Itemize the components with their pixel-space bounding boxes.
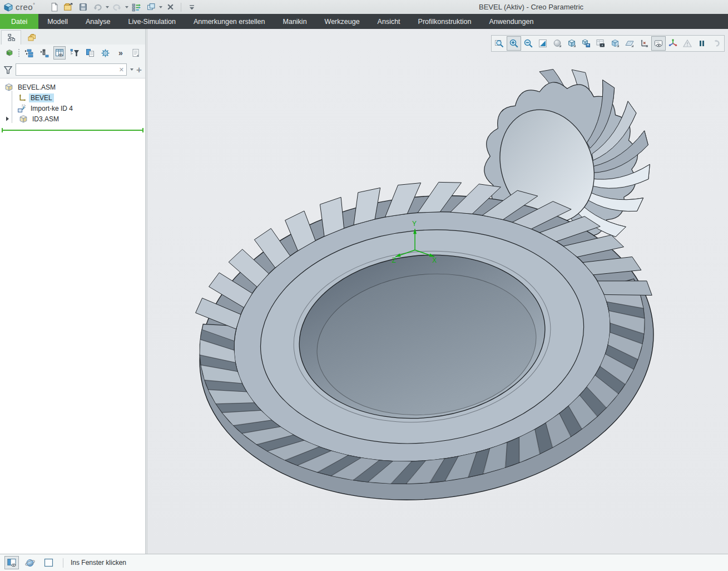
tab-datei[interactable]: Datei (0, 14, 38, 29)
windows-icon (146, 2, 156, 12)
model-tree-icon (7, 33, 16, 42)
tree-columns-button[interactable] (53, 46, 65, 60)
zoom-in-button[interactable] (507, 36, 521, 51)
redo-icon (112, 2, 122, 12)
warning-indicator-button[interactable] (680, 36, 695, 51)
status-message: Ins Fenster klicken (71, 559, 126, 567)
undo-dropdown[interactable] (106, 6, 109, 8)
windows-dropdown[interactable] (159, 6, 162, 8)
resume-button[interactable] (709, 36, 724, 51)
save-button[interactable] (76, 1, 90, 13)
tab-anmerkungen-erstellen[interactable]: Anmerkungen erstellen (185, 14, 274, 29)
ribbon-tab-bar: Datei Modell Analyse Live-Simulation Anm… (0, 14, 728, 29)
warning-triangle-icon (682, 38, 692, 48)
axis-display-button[interactable] (637, 36, 651, 51)
spin-center-button[interactable] (666, 36, 680, 51)
more-tools-button[interactable]: » (115, 46, 126, 60)
tab-anwendungen[interactable]: Anwendungen (480, 14, 542, 29)
assembly-icon (19, 115, 28, 124)
zoom-out-icon (523, 38, 533, 48)
regenerate-button[interactable] (130, 1, 143, 13)
folder-browser-tab[interactable] (22, 30, 42, 45)
tree-row-bevel[interactable]: BEVEL (0, 92, 145, 103)
undo-button[interactable] (91, 1, 104, 13)
spin-center-icon (668, 38, 678, 48)
plane-display-button[interactable] (622, 36, 637, 51)
shading-style-button[interactable] (550, 36, 564, 51)
model-tree-tab[interactable] (1, 30, 21, 45)
open-file-button[interactable] (62, 1, 75, 13)
expand-caret-icon[interactable] (4, 116, 10, 121)
fullscreen-toggle-button[interactable] (41, 556, 56, 569)
view-manager-icon (581, 38, 591, 48)
tree-row-bevel-asm[interactable]: BEVEL.ASM (0, 82, 145, 92)
collapse-all-button[interactable] (38, 46, 50, 60)
toolbar-overflow-icon (189, 4, 195, 11)
tree-columns-icon (55, 48, 65, 58)
toolbar-grip-handle[interactable] (18, 49, 19, 57)
item-info-button[interactable] (130, 46, 142, 60)
redo-dropdown[interactable] (125, 6, 128, 8)
zoom-out-button[interactable] (521, 36, 536, 51)
plane-display-icon (625, 38, 635, 48)
zoom-window-button[interactable] (492, 36, 507, 51)
in-graphics-toolbar (491, 35, 725, 52)
tab-modell[interactable]: Modell (38, 14, 77, 29)
navigator-tabs (0, 29, 145, 45)
tree-resize-handle[interactable] (2, 130, 143, 131)
tree-row-import-ke[interactable]: Import-ke ID 4 (0, 103, 145, 114)
tab-werkzeuge[interactable]: Werkzeuge (316, 14, 369, 29)
tab-manikin[interactable]: Manikin (274, 14, 316, 29)
tree-item-label-selected[interactable]: BEVEL (29, 93, 54, 102)
display-style-button[interactable] (608, 36, 622, 51)
annotation-display-button[interactable] (651, 36, 666, 51)
undo-icon (93, 2, 102, 12)
saved-views-button[interactable] (564, 36, 579, 51)
tree-item-label[interactable]: Import-ke ID 4 (29, 104, 75, 113)
settings-gear-icon (100, 48, 111, 58)
expand-all-button[interactable] (23, 46, 34, 60)
3d-viewport[interactable]: YZX (147, 29, 728, 553)
tree-item-label[interactable]: ID3.ASM (31, 115, 61, 124)
brand-text: creo° (16, 2, 35, 12)
navigator-toggle-button[interactable] (4, 556, 19, 569)
filter-funnel-icon (3, 65, 13, 75)
tab-analyse[interactable]: Analyse (77, 14, 119, 29)
windows-button[interactable] (144, 1, 157, 13)
tree-filter-row: ✕ + (0, 61, 145, 78)
tree-settings-button[interactable] (100, 46, 111, 60)
tree-search-box: ✕ (16, 63, 127, 76)
triad-label-z: Z (392, 257, 395, 264)
pause-button[interactable] (695, 36, 709, 51)
show-model-button[interactable] (3, 46, 15, 60)
refit-button[interactable] (536, 36, 550, 51)
zoom-in-icon (509, 38, 519, 48)
new-file-button[interactable] (47, 1, 61, 13)
browser-toggle-button[interactable] (23, 556, 37, 569)
filter-dropdown-button[interactable] (130, 68, 133, 71)
tab-profilkonstruktion[interactable]: Profilkonstruktion (409, 14, 481, 29)
view-manager-button[interactable] (579, 36, 593, 51)
regenerate-icon (131, 2, 141, 12)
expand-all-icon (24, 48, 34, 58)
quick-toolbar-options-button[interactable] (185, 1, 199, 13)
clear-search-icon[interactable]: ✕ (119, 67, 124, 73)
close-window-button[interactable] (164, 1, 177, 13)
assembly-icon (4, 83, 13, 92)
window-title: BEVEL (Aktiv) - Creo Parametric (437, 3, 626, 11)
redo-button[interactable] (110, 1, 123, 13)
tree-search-input[interactable] (18, 65, 119, 74)
tree-row-id3-asm[interactable]: ID3.ASM (0, 114, 145, 124)
tree-copy-button[interactable] (84, 46, 96, 60)
add-filter-button[interactable]: + (136, 65, 142, 75)
tree-filter-button[interactable] (69, 46, 81, 60)
saved-views-icon (567, 38, 577, 48)
screenshot-button[interactable] (593, 36, 608, 51)
tab-ansicht[interactable]: Ansicht (369, 14, 409, 29)
tree-item-label[interactable]: BEVEL.ASM (16, 83, 57, 92)
tab-live-simulation[interactable]: Live-Simulation (120, 14, 185, 29)
collapse-all-icon (39, 48, 49, 58)
navigator-toggle-icon (7, 558, 17, 568)
axis-display-icon (639, 38, 649, 48)
triad-label-y: Y (412, 220, 417, 228)
